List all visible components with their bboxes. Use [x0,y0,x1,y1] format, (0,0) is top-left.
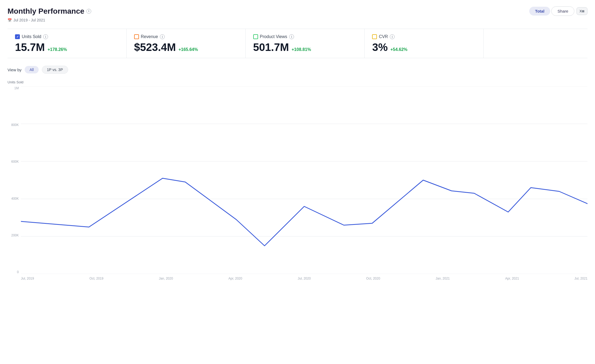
view-by-row: View by All 1P vs. 3P [8,66,587,74]
y-label-800k: 800K [11,123,19,127]
share-button[interactable]: Share [551,6,574,16]
x-axis: Jul, 2019 Oct, 2019 Jan, 2020 Apr, 2020 … [8,277,587,280]
view-all-button[interactable]: All [25,66,39,73]
view-1p-vs-3p-button[interactable]: 1P vs. 3P [42,66,68,74]
kpi-label-row-product-views: Product Views ℹ [253,34,357,39]
page-header: Monthly Performance ℹ Total Share X≣ [8,6,587,16]
chart-svg [21,86,587,274]
y-label-400k: 400K [11,197,19,200]
y-label-200k: 200K [11,233,19,237]
kpi-card-product-views[interactable]: Product Views ℹ 501.7M +108.81% [246,29,365,58]
kpi-card-revenue[interactable]: Revenue ℹ $523.4M +165.64% [127,29,246,58]
kpi-card-units-sold[interactable]: ✓ Units Sold ℹ 15.7M +178.26% [8,29,127,58]
product-views-label: Product Views [260,34,287,39]
cvr-change: +54.62% [390,47,407,52]
page-title: Monthly Performance [8,7,84,16]
header-left: Monthly Performance ℹ [8,7,91,16]
y-label-600k: 600K [11,160,19,164]
product-views-info-icon[interactable]: ℹ [289,34,294,39]
date-range: 📅 Jul 2019 - Jul 2021 [8,18,587,22]
x-label-apr2021: Apr, 2021 [505,277,519,280]
x-label-jan2020: Jan, 2020 [159,277,173,280]
cvr-checkbox[interactable] [372,34,377,39]
calendar-icon: 📅 [8,18,12,22]
x-label-oct2020: Oct, 2020 [366,277,380,280]
chart-container: Units Sold 1M 800K 600K 400K 200K 0 [8,80,587,280]
x-label-apr2020: Apr, 2020 [229,277,242,280]
x-label-jul2021: Jul, 2021 [574,277,587,280]
units-sold-checkbox[interactable]: ✓ [15,34,20,39]
x-label-jul2019: Jul, 2019 [21,277,34,280]
revenue-change: +165.64% [178,47,198,52]
cvr-value-row: 3% +54.62% [372,42,476,53]
cvr-value: 3% [372,42,388,53]
x-label-jan2021: Jan, 2021 [436,277,450,280]
units-sold-label: Units Sold [22,34,41,39]
date-range-label: Jul 2019 - Jul 2021 [13,18,45,22]
kpi-card-cvr[interactable]: CVR ℹ 3% +54.62% [365,29,484,58]
revenue-value-row: $523.4M +165.64% [134,42,238,53]
units-sold-change: +178.26% [47,47,67,52]
excel-icon: X≣ [579,9,585,13]
units-sold-info-icon[interactable]: ℹ [43,34,48,39]
info-icon[interactable]: ℹ [86,9,91,14]
y-label-1m: 1M [14,86,19,90]
cvr-info-icon[interactable]: ℹ [390,34,395,39]
y-label-0: 0 [17,270,19,274]
chart-y-label: Units Sold [8,80,587,84]
x-label-oct2019: Oct, 2019 [89,277,103,280]
units-sold-value-row: 15.7M +178.26% [15,42,119,53]
product-views-value: 501.7M [253,42,289,53]
chart-line [21,178,587,246]
cvr-label: CVR [379,34,388,39]
view-by-label: View by [8,68,21,72]
kpi-label-row-cvr: CVR ℹ [372,34,476,39]
x-label-jul2020: Jul, 2020 [298,277,311,280]
export-excel-button[interactable]: X≣ [576,7,587,15]
kpi-label-row: ✓ Units Sold ℹ [15,34,119,39]
product-views-change: +108.81% [292,47,311,52]
revenue-info-icon[interactable]: ℹ [160,34,165,39]
product-views-value-row: 501.7M +108.81% [253,42,357,53]
kpi-card-empty [484,29,587,58]
header-right: Total Share X≣ [529,6,587,16]
units-sold-value: 15.7M [15,42,45,53]
total-button[interactable]: Total [529,7,550,16]
revenue-checkbox[interactable] [134,34,139,39]
revenue-value: $523.4M [134,42,176,53]
kpi-label-row-revenue: Revenue ℹ [134,34,238,39]
revenue-label: Revenue [141,34,158,39]
product-views-checkbox[interactable] [253,34,258,39]
kpi-row: ✓ Units Sold ℹ 15.7M +178.26% Revenue ℹ … [8,29,587,58]
